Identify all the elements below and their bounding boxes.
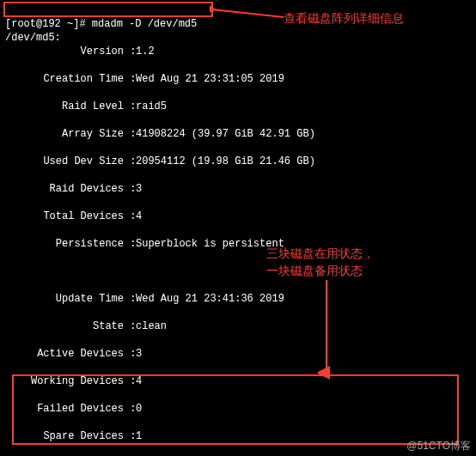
row-version: Version : 1.2 bbox=[5, 45, 471, 58]
row-spare-devices: Spare Devices : 1 bbox=[5, 429, 471, 443]
key-version: Version bbox=[5, 45, 124, 58]
row-total-devices: Total Devices : 4 bbox=[5, 210, 471, 223]
row-used-dev-size: Used Dev Size : 20954112 (19.98 GiB 21.4… bbox=[5, 155, 471, 168]
row-array-size: Array Size : 41908224 (39.97 GiB 42.91 G… bbox=[5, 127, 471, 141]
prompt-line: [root@192 ~]# mdadm -D /dev/md5 bbox=[5, 18, 197, 30]
row-persistence: Persistence : Superblock is persistent bbox=[5, 237, 471, 251]
row-update-time: Update Time : Wed Aug 21 23:41:36 2019 bbox=[5, 292, 471, 306]
command-text: mdadm -D /dev/md5 bbox=[92, 18, 197, 30]
row-state: State : clean bbox=[5, 319, 471, 333]
row-raid-level: Raid Level : raid5 bbox=[5, 100, 471, 113]
sep: : bbox=[124, 45, 136, 58]
row-raid-devices: Raid Devices : 3 bbox=[5, 182, 471, 196]
row-failed-devices: Failed Devices : 0 bbox=[5, 402, 471, 416]
blank-line-1 bbox=[5, 264, 471, 278]
row-working-devices: Working Devices : 4 bbox=[5, 374, 471, 388]
shell-prompt: [root@192 ~]# bbox=[5, 18, 92, 30]
row-active-devices: Active Devices : 3 bbox=[5, 347, 471, 361]
row-creation-time: Creation Time : Wed Aug 21 23:31:05 2019 bbox=[5, 72, 471, 86]
terminal-output: [root@192 ~]# mdadm -D /dev/md5 /dev/md5… bbox=[0, 0, 476, 456]
val-version: 1.2 bbox=[136, 45, 155, 58]
watermark-text: @51CTO博客 bbox=[406, 439, 471, 453]
device-line: /dev/md5: bbox=[5, 32, 61, 44]
